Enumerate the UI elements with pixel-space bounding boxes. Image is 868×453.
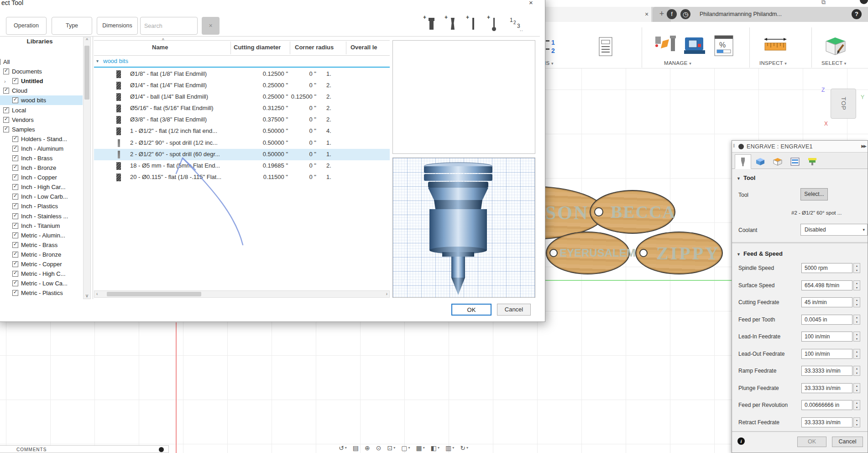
library-tree-item[interactable]: › ✓ Documents	[0, 67, 83, 76]
inspect-group-label[interactable]: INSPECT ▾	[759, 60, 787, 66]
tab-passes[interactable]	[787, 154, 803, 169]
library-tree-item[interactable]: ✓ Metric - Alumin...	[0, 231, 83, 240]
checkbox[interactable]: ✓	[12, 146, 18, 152]
library-tree-item[interactable]: ✓ Inch - Titanium	[0, 221, 83, 231]
chevron-down-icon[interactable]: ▾	[423, 444, 425, 452]
comments-bar[interactable]: COMMENTS	[0, 445, 169, 453]
library-tree-item[interactable]: ✓ Metric - Brass	[0, 240, 83, 250]
wood-tag-becca[interactable]: BECCA	[590, 190, 675, 234]
library-tree-item[interactable]: › ✓ Cloud	[0, 86, 83, 95]
tool-row[interactable]: 2 - Ø1/2" 90° - spot drill (1/2 inc... 0…	[94, 137, 390, 149]
feed-field-input[interactable]: 100 in/min	[801, 332, 852, 342]
checkbox[interactable]: ✓	[3, 107, 9, 113]
engrave-cancel-button[interactable]: Cancel	[832, 437, 863, 447]
checkbox[interactable]: ✓	[12, 184, 18, 190]
checkbox[interactable]: ✓	[12, 136, 18, 142]
checkbox[interactable]: ✓	[12, 97, 18, 103]
tab-heights[interactable]	[769, 154, 786, 169]
library-tree-item[interactable]: ✓ Inch - Copper	[0, 173, 83, 182]
tool-row[interactable]: Ø1/4" - flat (1/4" Flat Endmill) 0.25000…	[94, 80, 390, 91]
spinner-stepper[interactable]: ▴▾	[853, 349, 860, 359]
chevron-down-icon[interactable]: ▾	[408, 444, 410, 452]
spinner-stepper[interactable]: ▴▾	[853, 263, 860, 273]
column-header-cutting-diameter[interactable]: Cutting diameter	[234, 44, 281, 51]
new-hole-tool-icon[interactable]: +	[467, 16, 482, 34]
wood-tag-zippy[interactable]: ZIPPY	[635, 232, 723, 274]
library-tree-item[interactable]: ✓ Metric - Plastics	[0, 288, 83, 298]
tool-row[interactable]: Ø5/16" - flat (5/16" Flat Endmill) 0.312…	[94, 103, 390, 114]
library-tree-item[interactable]: ✓ Inch - Brass	[0, 153, 83, 163]
checkbox[interactable]: ✓	[12, 290, 18, 296]
feed-field-input[interactable]: 45 in/min	[801, 297, 852, 307]
library-tree-item[interactable]: › ✓ Vendors	[0, 115, 83, 125]
library-tree-item[interactable]: › ✓ Samples	[0, 125, 83, 134]
grid-icon[interactable]: ▦ ▾	[416, 444, 424, 453]
drag-grip-icon[interactable]: ‖	[733, 143, 735, 148]
new-turn-tool-icon[interactable]: +	[445, 16, 461, 34]
checkbox[interactable]: ✓	[12, 261, 18, 267]
checkbox[interactable]: ✓	[12, 174, 18, 180]
dialog-ok-button[interactable]: OK	[451, 304, 492, 316]
wood-tag-eyerusalem[interactable]: EYERUSALEM	[546, 232, 630, 274]
library-tree-item[interactable]: ✓ Metric - Copper	[0, 259, 83, 269]
checkbox[interactable]: ✓	[12, 203, 18, 209]
tool-row[interactable]: 18 - Ø5 mm - flat (5mm Flat End... 0.196…	[94, 160, 390, 172]
checkbox[interactable]: ✓	[3, 117, 9, 123]
tool-row[interactable]: Ø1/4" - ball (1/4" Ball Endmill) 0.25000…	[94, 91, 390, 103]
engrave-dialog-header[interactable]: ‖ ENGRAVE : ENGRAVE1 ▶▶	[732, 141, 868, 153]
clear-search-button[interactable]: ×	[202, 17, 220, 35]
libraries-scrollbar[interactable]: ^ v	[83, 37, 91, 299]
help-icon[interactable]: ?	[852, 9, 862, 19]
chevron-down-icon[interactable]: ▾	[393, 444, 395, 452]
library-tree-item[interactable]: ✓ Inch - Low Carb...	[0, 192, 83, 201]
library-tree-item[interactable]: ✓ Metric - Low Ca...	[0, 279, 83, 288]
spinner-stepper[interactable]: ▴▾	[853, 417, 860, 427]
chevron-down-icon[interactable]: ▾	[466, 444, 468, 452]
tool-section-header[interactable]: ▼Tool	[737, 174, 755, 181]
checkbox[interactable]: ✓	[12, 155, 18, 161]
coolant-dropdown[interactable]: Disabled ▾	[800, 224, 868, 236]
checkbox[interactable]: ✓	[12, 213, 18, 219]
close-tab-icon[interactable]: ×	[643, 10, 651, 18]
column-header-overall-length[interactable]: Overall le	[350, 44, 390, 51]
library-tree-item[interactable]: ✓ Inch - Bronze	[0, 163, 83, 173]
tool-row[interactable]: Ø3/8" - flat (3/8" Flat Endmill) 0.37500…	[94, 114, 390, 126]
chevron-down-icon[interactable]: ▾	[452, 444, 454, 452]
tab-geometry[interactable]	[752, 154, 769, 169]
spinner-stepper[interactable]: ▴▾	[853, 332, 860, 342]
spinner-stepper[interactable]: ▴▾	[853, 280, 860, 290]
comments-expand-icon[interactable]	[159, 447, 164, 452]
markup-icon[interactable]: ▥ ▾	[445, 444, 454, 453]
tool-select-button[interactable]: Select...	[800, 188, 828, 200]
zoom-icon[interactable]: ⊙	[376, 444, 382, 453]
tab-tool[interactable]	[735, 154, 751, 169]
setup-sheet-icon[interactable]	[596, 37, 615, 59]
tool-group-row[interactable]: ▾ wood bits	[94, 57, 390, 67]
select-group-label[interactable]: SELECT ▾	[821, 60, 847, 66]
fit-icon[interactable]: ⊡ ▾	[387, 444, 395, 453]
viewports-icon[interactable]: ◧ ▾	[431, 444, 439, 453]
renumber-tools-icon[interactable]: 1 2 3 ..	[507, 16, 523, 34]
library-tree-item[interactable]: ✓ Holders - Stand...	[0, 134, 83, 144]
search-input[interactable]	[140, 17, 198, 35]
checkbox[interactable]: ✓	[12, 232, 18, 238]
spinner-stepper[interactable]: ▴▾	[853, 383, 860, 393]
spinner-stepper[interactable]: ▴▾	[853, 400, 860, 410]
library-tree-item[interactable]: ✓ wood bits	[0, 95, 83, 105]
library-tree-item[interactable]: ✓ All	[0, 57, 83, 67]
info-icon[interactable]: i	[737, 437, 745, 445]
tool-row[interactable]: 2 - Ø1/2" 60° - spot drill (60 degr... 0…	[94, 149, 390, 160]
library-tree-item[interactable]: ✓ Inch - Stainless ...	[0, 211, 83, 221]
column-header-corner-radius[interactable]: Corner radius	[295, 44, 334, 51]
table-horizontal-scrollbar[interactable]: ‹ ›	[94, 290, 390, 298]
feed-field-input[interactable]: 33.3333 in/min	[801, 417, 852, 427]
checkbox[interactable]: ✓	[3, 88, 9, 94]
nc-programs-icon[interactable]: 1 2	[545, 37, 566, 59]
checkbox[interactable]: ✓	[12, 194, 18, 200]
expander-icon[interactable]: ›	[4, 79, 9, 84]
library-tree-item[interactable]: ✓ Metric - Bronze	[0, 250, 83, 259]
tool-row[interactable]: 20 - Ø0.115" - flat (1/8 -.115" Flat... …	[94, 172, 390, 183]
filter-operation-button[interactable]: Operation	[6, 17, 47, 35]
feed-field-input[interactable]: 33.3333 in/min	[801, 383, 852, 393]
spinner-stepper[interactable]: ▴▾	[853, 297, 860, 307]
